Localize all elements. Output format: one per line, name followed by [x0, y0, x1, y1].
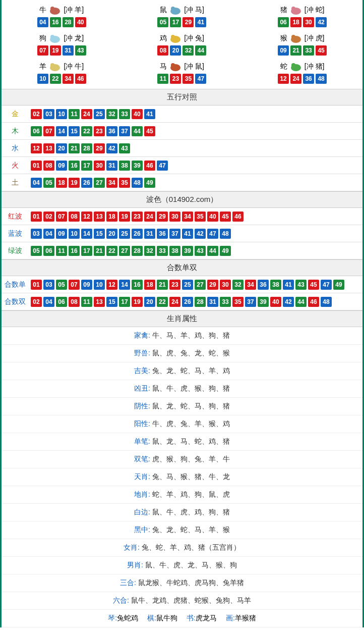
number-ball: 48	[220, 229, 231, 239]
number-ball: 30	[220, 280, 231, 290]
number-ball: 30	[169, 212, 180, 222]
number-ball: 06	[56, 297, 67, 307]
attr-key: 天肖:	[134, 472, 150, 481]
four-key: 画:	[226, 614, 235, 622]
number-ball: 17	[81, 246, 92, 256]
number-ball: 39	[182, 246, 193, 256]
row-balls: 0102070812131819232429303435404546	[29, 208, 362, 225]
attr-value: 鼠、龙、马、蛇、鸡、猪	[150, 437, 230, 445]
zodiac-balls: 08203244	[122, 45, 242, 56]
number-ball: 22	[106, 246, 117, 256]
attr-value: 兔、龙、蛇、马、羊、猴	[150, 525, 230, 534]
number-ball: 23	[94, 126, 105, 136]
number-ball: 39	[258, 297, 269, 307]
number-ball: 28	[81, 143, 92, 153]
number-ball: 42	[195, 229, 206, 239]
zodiac-title: 猪[冲 蛇]	[242, 5, 362, 15]
number-ball: 41	[195, 17, 206, 27]
row-balls: 0103050709101214161821232527293032343638…	[29, 277, 362, 293]
number-ball: 32	[232, 280, 244, 290]
number-ball: 07	[69, 280, 80, 290]
row-label: 合数双	[2, 294, 29, 309]
zodiac-name: 鼠	[160, 6, 167, 15]
row-label: 木	[2, 124, 29, 139]
number-ball: 41	[283, 280, 294, 290]
number-ball: 44	[195, 45, 206, 56]
number-ball: 13	[94, 212, 105, 222]
number-ball: 36	[157, 229, 168, 239]
attr-key: 女肖:	[124, 543, 140, 551]
number-ball: 20	[56, 143, 67, 153]
attr-key: 野兽:	[134, 349, 150, 357]
row-label: 金	[2, 107, 29, 122]
table-row: 土04051819262734354849	[2, 174, 362, 191]
zodiac-chong: [冲 鼠]	[184, 62, 204, 71]
zodiac-icon	[288, 5, 304, 15]
attr-key: 男肖:	[127, 561, 143, 569]
number-ball: 49	[144, 178, 155, 188]
zodiac-title: 蛇[冲 猪]	[242, 62, 362, 72]
four-item: 琴:兔蛇鸡	[108, 614, 138, 623]
svg-point-3	[171, 7, 175, 11]
number-ball: 38	[270, 280, 281, 290]
number-ball: 21	[94, 246, 105, 256]
number-ball: 44	[295, 297, 307, 307]
row-label: 火	[2, 158, 29, 173]
zodiac-title: 鼠[冲 马]	[122, 5, 242, 15]
zodiac-balls: 09213345	[242, 45, 362, 56]
number-ball: 37	[119, 126, 130, 136]
number-ball: 31	[63, 45, 74, 56]
number-ball: 11	[157, 74, 168, 84]
attr-key: 单笔:	[134, 437, 150, 445]
number-ball: 36	[303, 74, 314, 84]
number-ball: 34	[182, 212, 193, 222]
number-ball: 28	[132, 246, 143, 256]
zodiac-name: 羊	[39, 62, 46, 71]
attr-value: 鼠、龙、蛇、马、狗、猪	[150, 402, 230, 410]
number-ball: 38	[169, 246, 180, 256]
number-ball: 08	[69, 297, 80, 307]
attr-key: 双笔:	[134, 455, 150, 463]
number-ball: 40	[207, 212, 218, 222]
number-ball: 10	[37, 74, 48, 84]
number-ball: 05	[157, 17, 168, 27]
attr-row: 黑中: 兔、龙、蛇、马、羊、猴	[2, 521, 362, 539]
zodiac-cell: 鼠[冲 马]05172941	[122, 2, 242, 30]
zodiac-title: 狗[冲 龙]	[2, 33, 122, 43]
number-ball: 35	[183, 74, 194, 84]
number-ball: 20	[144, 297, 155, 307]
zodiac-balls: 12243648	[242, 74, 362, 84]
number-ball: 08	[43, 161, 54, 171]
number-ball: 22	[157, 297, 168, 307]
number-ball: 42	[283, 297, 294, 307]
zodiac-name: 猪	[280, 6, 287, 15]
attr-row: 地肖: 蛇、羊、鸡、狗、鼠、虎	[2, 486, 362, 504]
number-ball: 44	[132, 126, 143, 136]
number-ball: 16	[50, 17, 61, 27]
number-ball: 27	[94, 178, 105, 188]
number-ball: 09	[56, 229, 67, 239]
number-ball: 06	[278, 17, 289, 27]
number-ball: 04	[31, 178, 42, 188]
table-row: 绿波05061116172122272832333839434449	[2, 242, 362, 259]
attr-row: 单笔: 鼠、龙、马、蛇、鸡、猪	[2, 433, 362, 451]
number-ball: 01	[31, 212, 42, 222]
number-ball: 22	[81, 126, 92, 136]
attr-value: 鼠牛、龙鸡、虎猪、蛇猴、兔狗、马羊	[129, 596, 251, 604]
number-ball: 26	[182, 297, 193, 307]
row-label: 蓝波	[2, 226, 29, 241]
row-label: 绿波	[2, 243, 29, 258]
number-ball: 25	[182, 280, 193, 290]
number-ball: 11	[56, 246, 67, 256]
number-ball: 29	[183, 17, 194, 27]
number-ball: 14	[56, 126, 67, 136]
number-ball: 22	[50, 74, 61, 84]
number-ball: 27	[119, 246, 130, 256]
row-label: 土	[2, 175, 29, 190]
number-ball: 21	[157, 280, 168, 290]
number-ball: 30	[303, 17, 314, 27]
four-item: 画:羊猴猪	[226, 614, 256, 623]
heshu-rows: 合数单0103050709101214161821232527293032343…	[2, 276, 362, 310]
attr-key: 凶丑:	[134, 384, 150, 392]
zodiac-cell: 鸡[冲 兔]08203244	[122, 30, 242, 59]
